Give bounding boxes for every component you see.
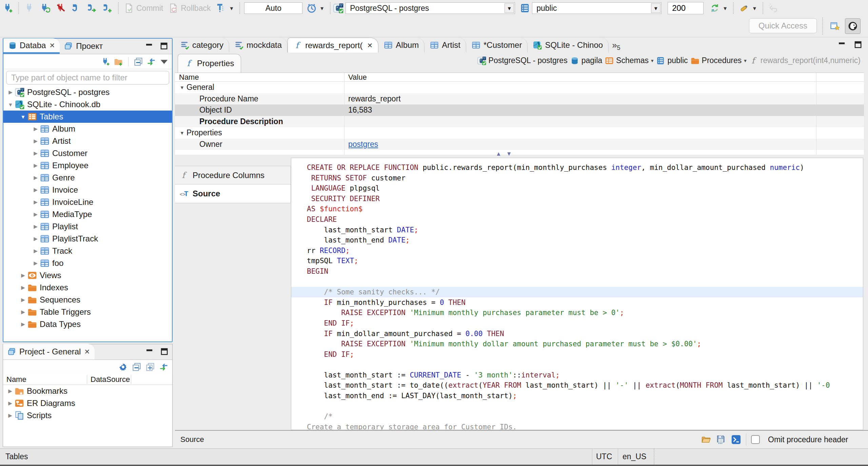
tree-item-foo[interactable]: ▶foo	[3, 257, 172, 269]
editor-tab-customer[interactable]: *Customer	[466, 38, 528, 53]
view-menu-icon[interactable]	[160, 57, 169, 66]
quick-access-box[interactable]: Quick Access	[749, 18, 817, 33]
minimize-button[interactable]	[144, 41, 154, 51]
column-header-name[interactable]: Name	[3, 375, 87, 384]
breadcrumb-public[interactable]: public	[656, 56, 688, 65]
tree-item-data-types[interactable]: ▶Data Types	[3, 318, 172, 330]
breadcrumb-schemas[interactable]: Schemas▾	[605, 56, 653, 65]
highlight-button[interactable]: ▼	[736, 1, 760, 15]
recent-sql-editor-button[interactable]	[84, 1, 100, 15]
expand-arrow-icon[interactable]: ▶	[31, 236, 40, 242]
expand-arrow-icon[interactable]: ▶	[31, 224, 40, 230]
property-row-properties[interactable]: ▼Properties	[175, 127, 864, 139]
tree-item-postgresql-postgres[interactable]: ▶PostgreSQL - postgres	[3, 86, 172, 98]
refresh-button[interactable]: ▼	[707, 1, 730, 15]
tab-project-explorer[interactable]: Проект	[60, 38, 107, 54]
expand-arrow-icon[interactable]: ▶	[31, 175, 40, 181]
sql-editor-button[interactable]	[68, 1, 84, 15]
expand-arrow-icon[interactable]: ▼	[19, 114, 27, 120]
splitter-down-icon[interactable]: ▼	[506, 151, 512, 157]
tree-item-playlist[interactable]: ▶Playlist	[3, 220, 172, 233]
column-header-name[interactable]: Name	[175, 73, 344, 82]
tab-database-navigator[interactable]: Databa ✕	[3, 38, 60, 54]
expand-arrow-icon[interactable]: ▶	[31, 162, 40, 169]
tab-overflow-button[interactable]: »5	[609, 38, 624, 53]
tree-item-playlisttrack[interactable]: ▶PlaylistTrack	[3, 233, 172, 245]
expand-arrow-icon[interactable]: ▶	[19, 285, 27, 291]
subtab-source[interactable]: <>TSource	[175, 185, 291, 203]
gear-icon[interactable]	[119, 363, 127, 371]
maximize-button[interactable]	[853, 40, 863, 50]
open-in-console-icon[interactable]	[731, 434, 741, 445]
expand-arrow-icon[interactable]: ▶	[6, 400, 15, 406]
tree-item-customer[interactable]: ▶Customer	[3, 147, 172, 159]
tree-item-table-triggers[interactable]: ▶Table Triggers	[3, 306, 172, 318]
connect-button[interactable]	[22, 1, 37, 15]
expand-arrow-icon[interactable]: ▼	[178, 130, 186, 136]
chevron-down-icon[interactable]: ▾	[744, 58, 747, 64]
expand-arrow-icon[interactable]: ▼	[6, 102, 15, 108]
breadcrumb-rewards-report-int4-numeric[interactable]: frewards_report(int4,numeric)	[749, 56, 861, 65]
editor-tab-album[interactable]: Album	[378, 38, 425, 53]
connection-selector[interactable]: PostgreSQL - postgres ▼	[346, 2, 515, 14]
expand-arrow-icon[interactable]: ▶	[31, 211, 40, 217]
property-row-owner[interactable]: Ownerpostgres	[175, 139, 864, 150]
new-folder-icon[interactable]	[114, 57, 123, 66]
column-divider[interactable]	[816, 73, 816, 155]
chevron-down-icon[interactable]: ▾	[651, 58, 654, 64]
tree-item-employee[interactable]: ▶Employee	[3, 159, 172, 172]
source-editor[interactable]: CREATE OR REPLACE FUNCTION public.reward…	[291, 158, 863, 430]
expand-arrow-icon[interactable]: ▶	[31, 187, 40, 193]
tree-item-artist[interactable]: ▶Artist	[3, 135, 172, 147]
close-icon[interactable]: ✕	[84, 348, 90, 356]
tree-item-sequences[interactable]: ▶Sequences	[3, 294, 172, 306]
minimize-button[interactable]	[837, 40, 847, 50]
schema-dropdown-button[interactable]: ▼	[651, 3, 660, 13]
tree-item-invoiceline[interactable]: ▶InvoiceLine	[3, 196, 172, 208]
new-sql-editor-button[interactable]	[100, 1, 115, 15]
expand-arrow-icon[interactable]: ▶	[31, 150, 40, 156]
tree-item-album[interactable]: ▶Album	[3, 123, 172, 135]
expand-arrow-icon[interactable]: ▶	[19, 272, 27, 278]
tree-item-views[interactable]: ▶Views	[3, 269, 172, 281]
property-row-object-id[interactable]: Object ID16,583	[175, 104, 864, 116]
close-icon[interactable]: ✕	[367, 41, 373, 50]
subtab-procedure-columns[interactable]: fProcedure Columns	[175, 166, 291, 185]
expand-arrow-icon[interactable]: ▶	[6, 89, 15, 95]
column-header-datasource[interactable]: DataSource	[87, 375, 131, 384]
expand-arrow-icon[interactable]: ▶	[19, 321, 27, 327]
project-item-bookmarks[interactable]: ▶Bookmarks	[3, 385, 172, 397]
open-file-icon[interactable]	[701, 434, 711, 445]
editor-tab-mockdata[interactable]: mockdata	[229, 38, 288, 53]
tab-properties[interactable]: f Properties	[178, 54, 241, 73]
expand-arrow-icon[interactable]: ▶	[31, 260, 40, 266]
commit-button[interactable]: Commit	[121, 1, 166, 15]
link-editor-icon[interactable]	[159, 363, 168, 371]
breadcrumb-postgresql-postgres[interactable]: PostgreSQL - postgres	[477, 56, 568, 65]
project-item-er-diagrams[interactable]: ▶ER Diagrams	[3, 397, 172, 409]
editor-tab-rewards-report[interactable]: frewards_report(✕	[288, 38, 378, 53]
collapse-all-icon[interactable]	[132, 363, 141, 371]
expand-arrow-icon[interactable]: ▶	[31, 126, 40, 132]
new-connection-icon[interactable]	[101, 57, 110, 66]
schema-selector[interactable]: public ▼	[532, 2, 662, 14]
expand-arrow-icon[interactable]: ▶	[31, 248, 40, 254]
transaction-mode-button[interactable]: ▼	[213, 1, 237, 15]
maximize-button[interactable]	[159, 41, 169, 51]
minimize-button[interactable]	[144, 347, 155, 356]
splitter-up-icon[interactable]: ▲	[496, 151, 501, 157]
transaction-log-button[interactable]: ▼	[304, 1, 327, 15]
column-divider[interactable]	[344, 73, 344, 155]
commit-mode-combo[interactable]: Auto	[244, 2, 302, 14]
back-button[interactable]	[766, 1, 782, 15]
expand-arrow-icon[interactable]: ▶	[19, 297, 27, 303]
expand-arrow-icon[interactable]: ▶	[6, 412, 15, 419]
status-locale[interactable]: en_US	[623, 452, 646, 461]
tree-item-tables[interactable]: ▼Tables	[3, 111, 172, 123]
expand-arrow-icon[interactable]: ▶	[6, 388, 15, 394]
editor-tab-sqlite-chinoo[interactable]: SQLite - Chinoo	[528, 38, 609, 53]
breadcrumb-pagila[interactable]: pagila	[570, 56, 602, 65]
tree-item-invoice[interactable]: ▶Invoice	[3, 184, 172, 196]
property-row-procedure-description[interactable]: Procedure Description	[175, 116, 864, 128]
dbeaver-perspective-button[interactable]	[845, 18, 861, 34]
